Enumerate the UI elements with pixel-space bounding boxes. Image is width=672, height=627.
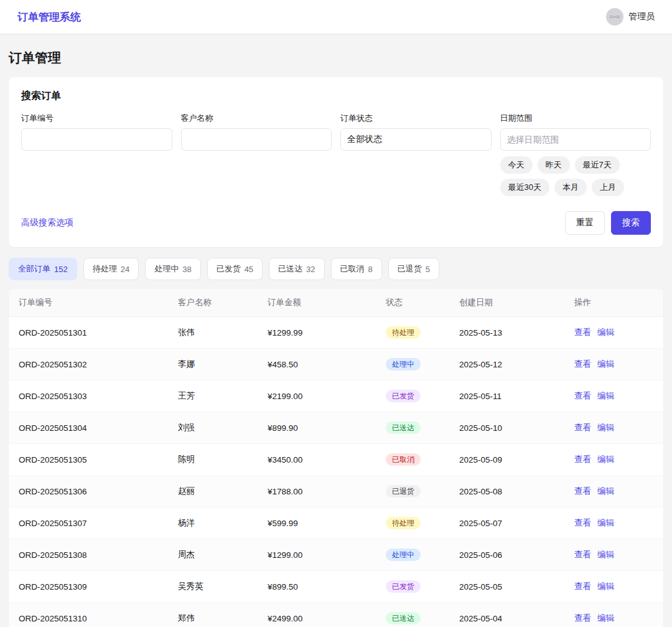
customer-cell: 陈明 [168,444,258,476]
tab-count: 5 [426,265,430,274]
order-status-select[interactable]: 全部状态 [340,128,492,151]
quick-date-button-5[interactable]: 本月 [554,179,587,196]
column-header: 订单金额 [258,289,376,317]
view-link[interactable]: 查看 [574,582,591,591]
customer-name-input[interactable] [181,128,332,151]
column-header: 状态 [376,289,449,317]
table-row: ORD-2025051310郑伟¥2499.00已送达2025-05-04查看编… [9,603,663,627]
quick-date-button-6[interactable]: 上月 [592,179,624,196]
brand-title: 订单管理系统 [17,10,81,24]
status-badge: 已取消 [386,453,421,466]
amount-cell: ¥2499.00 [258,603,376,627]
edit-link[interactable]: 编辑 [597,391,614,400]
order-id-cell: ORD-2025051303 [9,380,168,412]
edit-link[interactable]: 编辑 [597,486,614,496]
status-badge: 已退货 [386,485,421,497]
status-badge: 已送达 [386,612,421,625]
date-cell: 2025-05-11 [449,380,564,412]
actions-cell: 查看编辑 [564,380,663,412]
view-link[interactable]: 查看 [574,455,591,464]
table-row: ORD-2025051305陈明¥3450.00已取消2025-05-09查看编… [9,444,663,476]
view-link[interactable]: 查看 [574,423,591,432]
amount-cell: ¥1788.00 [258,476,376,507]
view-link[interactable]: 查看 [574,518,591,527]
date-cell: 2025-05-06 [449,539,564,571]
date-cell: 2025-05-04 [449,603,564,627]
order-id-cell: ORD-2025051301 [9,317,168,349]
view-link[interactable]: 查看 [574,486,591,496]
edit-link[interactable]: 编辑 [597,359,614,369]
search-button[interactable]: 搜索 [611,211,651,235]
customer-cell: 张伟 [168,317,258,349]
edit-link[interactable]: 编辑 [597,613,614,623]
status-cell: 已送达 [376,603,449,627]
edit-link[interactable]: 编辑 [597,455,614,464]
customer-cell: 杨洋 [168,507,258,539]
date-range-input[interactable] [500,128,651,151]
avatar[interactable]: 31×32 [606,8,623,26]
search-fields: 订单编号 客户名称 订单状态 全部状态 日期范围 今天昨天最近7天最近30天本月… [21,113,651,196]
view-link[interactable]: 查看 [574,328,591,337]
tab-count: 32 [306,265,315,274]
edit-link[interactable]: 编辑 [597,582,614,591]
tab-all[interactable]: 全部订单152 [9,258,77,280]
reset-button[interactable]: 重置 [565,211,605,235]
actions-cell: 查看编辑 [564,412,663,444]
table-row: ORD-2025051301张伟¥1299.99待处理2025-05-13查看编… [9,317,663,349]
order-id-cell: ORD-2025051302 [9,349,168,380]
tab-returned[interactable]: 已退货5 [388,258,439,280]
view-link[interactable]: 查看 [574,613,591,623]
amount-cell: ¥1299.00 [258,539,376,571]
status-badge: 待处理 [386,326,421,339]
actions-cell: 查看编辑 [564,507,663,539]
date-cell: 2025-05-05 [449,571,564,603]
status-cell: 处理中 [376,539,449,571]
advanced-search-link[interactable]: 高级搜索选项 [21,217,73,229]
quick-date-button-1[interactable]: 今天 [500,156,533,174]
quick-date-button-2[interactable]: 昨天 [538,156,570,174]
table-row: ORD-2025051302李娜¥458.50处理中2025-05-12查看编辑 [9,349,663,380]
order-status-label: 订单状态 [340,113,492,124]
actions-cell: 查看编辑 [564,476,663,507]
amount-cell: ¥3450.00 [258,444,376,476]
column-header: 订单编号 [9,289,168,317]
orders-table-body: ORD-2025051301张伟¥1299.99待处理2025-05-13查看编… [9,317,663,627]
edit-link[interactable]: 编辑 [597,550,614,559]
column-header: 创建日期 [449,289,564,317]
status-tabs: 全部订单152待处理24处理中38已发货45已送达32已取消8已退货5 [9,258,663,280]
edit-link[interactable]: 编辑 [597,328,614,337]
search-panel-title: 搜索订单 [21,90,651,103]
quick-date-buttons: 今天昨天最近7天最近30天本月上月 [500,156,651,196]
tab-shipped[interactable]: 已发货45 [207,258,263,280]
tab-label: 已发货 [217,263,241,275]
order-id-cell: ORD-2025051304 [9,412,168,444]
table-row: ORD-2025051304刘强¥899.90已送达2025-05-10查看编辑 [9,412,663,444]
search-panel: 搜索订单 订单编号 客户名称 订单状态 全部状态 日期范围 今天昨天最近7天最近… [9,77,663,247]
order-id-cell: ORD-2025051307 [9,507,168,539]
orders-table-card: 订单编号客户名称订单金额状态创建日期操作 ORD-2025051301张伟¥12… [9,289,663,627]
edit-link[interactable]: 编辑 [597,518,614,527]
status-badge: 处理中 [386,549,421,561]
tab-delivered[interactable]: 已送达32 [269,258,324,280]
tab-processing[interactable]: 处理中38 [145,258,200,280]
table-row: ORD-2025051308周杰¥1299.00处理中2025-05-06查看编… [9,539,663,571]
tab-count: 24 [121,265,129,274]
tab-cancelled[interactable]: 已取消8 [331,258,382,280]
view-link[interactable]: 查看 [574,391,591,400]
tab-count: 152 [54,265,68,274]
view-link[interactable]: 查看 [574,359,591,369]
quick-date-button-4[interactable]: 最近30天 [500,179,549,196]
quick-date-button-3[interactable]: 最近7天 [575,156,620,174]
tab-pending[interactable]: 待处理24 [83,258,139,280]
order-id-input[interactable] [21,128,172,151]
order-id-field: 订单编号 [21,113,172,196]
table-row: ORD-2025051309吴秀英¥899.50已发货2025-05-05查看编… [9,571,663,603]
edit-link[interactable]: 编辑 [597,423,614,432]
customer-cell: 郑伟 [168,603,258,627]
status-badge: 已发货 [386,580,421,593]
status-cell: 已发货 [376,380,449,412]
status-badge: 待处理 [386,517,421,529]
search-actions: 重置 搜索 [565,211,651,235]
view-link[interactable]: 查看 [574,550,591,559]
tab-label: 全部订单 [18,263,50,275]
